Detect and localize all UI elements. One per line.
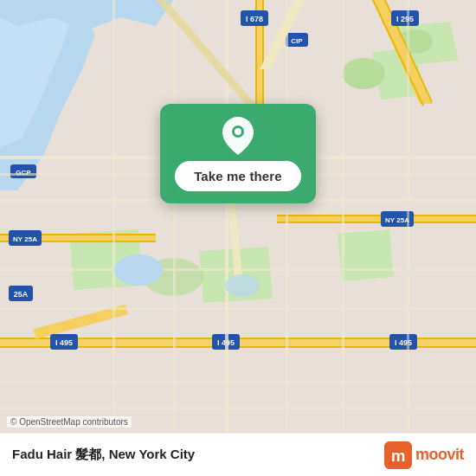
svg-rect-57: [225, 0, 228, 433]
button-overlay: Take me there: [160, 104, 316, 203]
svg-point-65: [225, 274, 260, 297]
map-background: I 678 I 295 NY 25A NY 25A GCP CIP I 495 …: [0, 0, 476, 433]
svg-rect-60: [407, 0, 409, 433]
svg-rect-59: [342, 0, 344, 433]
svg-rect-17: [277, 215, 476, 216]
svg-rect-53: [0, 381, 476, 383]
svg-text:I 678: I 678: [246, 15, 263, 23]
moovit-text: moovit: [415, 446, 464, 464]
svg-rect-54: [0, 407, 476, 409]
place-name: Fadu Hair 髮都, New York City: [12, 447, 195, 463]
svg-rect-18: [277, 222, 476, 223]
action-card: Take me there: [160, 104, 316, 203]
moovit-icon: m: [384, 441, 412, 469]
place-info: Fadu Hair 髮都, New York City: [12, 447, 195, 463]
svg-text:CIP: CIP: [291, 37, 303, 45]
svg-text:NY 25A: NY 25A: [13, 235, 37, 243]
map-attribution: © OpenStreetMap contributors: [7, 416, 132, 428]
location-pin-icon: [222, 119, 254, 152]
bottom-bar: Fadu Hair 髮都, New York City m moovit: [0, 433, 476, 476]
svg-point-67: [235, 128, 241, 135]
svg-point-9: [342, 58, 385, 89]
svg-point-64: [114, 254, 163, 286]
svg-rect-52: [0, 307, 476, 310]
moovit-logo: m moovit: [384, 441, 464, 469]
svg-rect-56: [173, 0, 176, 433]
take-me-there-button[interactable]: Take me there: [175, 161, 301, 191]
svg-text:I 495: I 495: [395, 338, 412, 347]
svg-text:m: m: [391, 446, 406, 464]
svg-text:I 295: I 295: [396, 15, 414, 23]
map-container: I 678 I 295 NY 25A NY 25A GCP CIP I 495 …: [0, 0, 476, 433]
svg-text:NY 25A: NY 25A: [385, 216, 409, 224]
svg-text:25A: 25A: [14, 290, 29, 299]
svg-marker-6: [338, 229, 394, 281]
svg-rect-58: [286, 0, 288, 433]
svg-text:I 495: I 495: [55, 338, 73, 347]
svg-rect-55: [113, 0, 115, 433]
